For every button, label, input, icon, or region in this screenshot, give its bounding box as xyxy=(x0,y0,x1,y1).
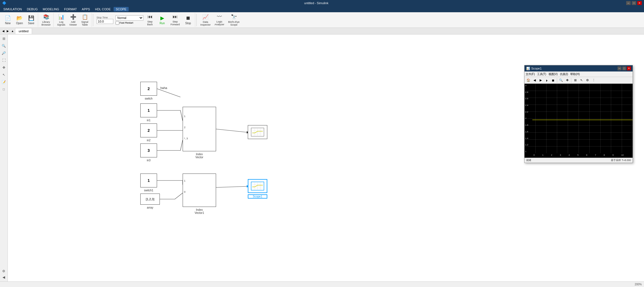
new-button[interactable]: 📄 New xyxy=(2,14,13,26)
scope-close[interactable]: ✕ xyxy=(627,66,631,70)
block-in2[interactable]: 2 xyxy=(140,123,157,137)
signal-table-button[interactable]: 📋 Signal Table xyxy=(79,13,90,27)
block-switch1[interactable]: 1 xyxy=(140,174,157,187)
menu-simulation[interactable]: SIMULATION xyxy=(1,7,24,11)
collapse-sidebar-button[interactable]: ◀ xyxy=(1,274,7,280)
log-signals-button[interactable]: 📊 Log Signals xyxy=(55,13,67,27)
birds-eye-button[interactable]: 🔭 Bird's-Eye Scope xyxy=(227,13,241,27)
step-back-button[interactable]: ⏮ Step Back xyxy=(145,13,156,27)
block-in3-label: in3 xyxy=(140,159,157,162)
block-in1-label: in1 xyxy=(140,119,157,122)
model-properties-button[interactable]: ⚙ xyxy=(1,268,7,274)
mode-dropdown[interactable]: Normal Accelerator Rapid Accelerator xyxy=(116,15,143,21)
scope-status-bar: 就绪 基于采样 T=8.000 xyxy=(525,158,633,163)
pan-button[interactable]: ✥ xyxy=(1,65,7,71)
canvas-area[interactable]: 2 switch haha 1 in1 2 in2 3 in3 1 2 *, 3… xyxy=(8,34,644,281)
annotation-button[interactable]: 📝 xyxy=(1,79,7,85)
close-button[interactable]: ✕ xyxy=(637,1,642,5)
data-inspector-button[interactable]: 📈 Data Inspector xyxy=(199,13,212,27)
logic-analyzer-button[interactable]: 〰 Logic Analyzer xyxy=(213,13,226,27)
zoom-in-button[interactable]: 🔍 xyxy=(1,43,7,49)
select-button[interactable]: ↖ xyxy=(1,72,7,78)
block-index-vector1[interactable]: 1 2 *, 3 xyxy=(183,107,216,151)
simulate-section: Stop Time 10.0 Normal Accelerator Rapid … xyxy=(94,13,195,27)
step-forward-button[interactable]: ⏭ Step Forward xyxy=(169,13,182,27)
scope-maximize[interactable]: □ xyxy=(622,66,626,70)
stoptime-input[interactable]: 10.0 xyxy=(97,19,113,24)
fit-view-button[interactable]: ⊞ xyxy=(1,36,7,42)
scope-tb-run[interactable]: ⏵ xyxy=(544,78,550,83)
scope-tb-play[interactable]: ▶ xyxy=(538,78,543,83)
tab-bar: ◀ ▶ ▲ untitled xyxy=(0,28,644,34)
nav-forward-button[interactable]: ▶ xyxy=(6,29,10,33)
scope-tb-fit[interactable]: ⊞ xyxy=(572,78,578,83)
block-array[interactable]: [1,2,3] xyxy=(140,194,160,205)
svg-line-1 xyxy=(216,129,248,132)
menu-debug[interactable]: DEBUG xyxy=(25,7,40,11)
scope-menu-view[interactable]: 视图(V) xyxy=(548,72,558,76)
subsystem-button[interactable]: □ xyxy=(1,86,7,92)
run-button[interactable]: ▶ Run xyxy=(157,14,168,26)
save-button[interactable]: 💾 Save xyxy=(26,14,37,26)
nav-back-button[interactable]: ◀ xyxy=(1,29,6,33)
scope-win-controls: ─ □ ✕ xyxy=(618,66,631,70)
fast-restart-checkbox[interactable] xyxy=(116,21,119,25)
scope-tb-cursor[interactable]: ↖ xyxy=(579,78,584,83)
add-viewer-button[interactable]: ➕ Add Viewer xyxy=(68,13,79,27)
library-browser-button[interactable]: 📚 Library Browser xyxy=(40,13,52,27)
scope-tb-home[interactable]: 🏠 xyxy=(526,78,531,83)
zoom-select-button[interactable]: ⛶ xyxy=(1,57,7,63)
y-label-24: 2.4 xyxy=(525,104,528,107)
canvas-tab[interactable]: untitled xyxy=(15,28,32,34)
scope-title-text: Scope1 xyxy=(531,67,542,70)
log-signals-icon: 📊 xyxy=(58,14,64,20)
stoptime-control: Stop Time 10.0 xyxy=(96,16,114,24)
scope-menu-file[interactable]: 文件(F) xyxy=(526,72,535,76)
y-label-16: 1.6 xyxy=(525,130,528,133)
block-index-vector2[interactable]: 1 0 xyxy=(183,174,216,207)
menu-apps[interactable]: APPS xyxy=(80,7,92,11)
scope-minimize[interactable]: ─ xyxy=(618,66,621,70)
file-section: 📄 New 📂 Open 💾 Save xyxy=(1,13,38,27)
scope-menu-tools[interactable]: 工具(T) xyxy=(537,72,546,76)
y-label-14: 1.4 xyxy=(525,137,528,140)
status-bar: 200% xyxy=(0,281,644,287)
nav-up-button[interactable]: ▲ xyxy=(10,29,15,33)
open-button[interactable]: 📂 Open xyxy=(14,14,25,26)
stop-button[interactable]: ⏹ Stop xyxy=(183,14,194,26)
scope-status-right: 基于采样 T=8.000 xyxy=(611,159,631,162)
block-scope1[interactable] xyxy=(248,125,267,139)
x-label-9: 9 xyxy=(613,154,614,157)
scope-tb-zoom[interactable]: 🔍 xyxy=(558,78,564,83)
x-label-0: 0 xyxy=(533,154,535,157)
grid-v-8 xyxy=(611,84,611,153)
block-switch-label: switch xyxy=(140,97,157,100)
menu-format[interactable]: FORMAT xyxy=(62,7,79,11)
maximize-button[interactable]: □ xyxy=(632,1,636,5)
zoom-out-button[interactable]: 🔎 xyxy=(1,50,7,56)
block-in1[interactable]: 1 xyxy=(140,103,157,117)
scope-tb-settings[interactable]: ⚙ xyxy=(585,78,590,83)
window-title: untitled - Simulink xyxy=(6,1,626,5)
scope-title-area: 📊 Scope1 xyxy=(526,67,542,70)
block-switch[interactable]: 2 xyxy=(140,82,157,96)
minimize-button[interactable]: ─ xyxy=(626,1,631,5)
menu-hdlcode[interactable]: HDL CODE xyxy=(93,7,113,11)
stop-icon: ⏹ xyxy=(186,15,191,21)
scope-menu-help[interactable]: 帮助(H) xyxy=(570,72,580,76)
block-switch-value: 2 xyxy=(148,86,150,91)
scope-tb-back[interactable]: ◀ xyxy=(532,78,537,83)
y-label-18: 1.8 xyxy=(525,124,528,126)
block-scope2[interactable] xyxy=(248,179,267,193)
scope-menu-sim[interactable]: 仿真(I) xyxy=(560,72,568,76)
scope-tb-pan[interactable]: ✥ xyxy=(564,78,570,83)
block-in3[interactable]: 3 xyxy=(140,144,157,157)
scope-tb-stop[interactable]: ⏹ xyxy=(550,78,556,83)
iv1-port1-label: 1 xyxy=(184,115,185,118)
scope-tb-more[interactable]: ⋮ xyxy=(591,78,596,83)
grid-v-1 xyxy=(535,84,536,153)
menu-modeling[interactable]: MODELING xyxy=(41,7,62,11)
menu-scope[interactable]: SCOPE xyxy=(114,7,129,11)
x-label-6: 6 xyxy=(586,154,587,157)
fast-restart-label[interactable]: Fast Restart xyxy=(116,21,143,25)
